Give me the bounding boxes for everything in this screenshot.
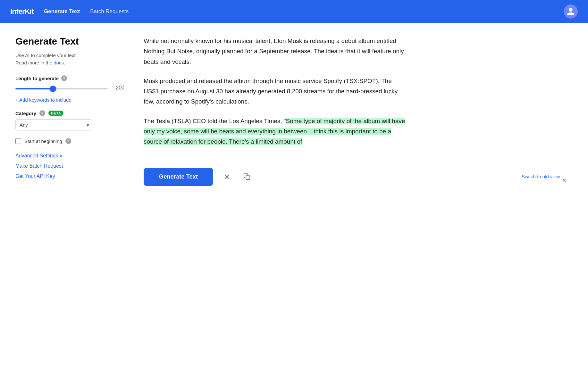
length-slider-row: 200 (15, 85, 124, 91)
header: InferKit Generate Text Batch Requests (0, 0, 588, 23)
person-icon (566, 7, 575, 16)
svg-rect-2 (246, 176, 250, 180)
beta-badge: BETA (48, 111, 63, 116)
slider-container (15, 85, 108, 91)
length-help-icon[interactable]: ? (61, 75, 67, 81)
generate-text-button[interactable]: Generate Text (144, 168, 213, 186)
paragraph-3: The Tesla (TSLA) CEO told the Los Angele… (144, 116, 407, 147)
docs-link[interactable]: the docs. (46, 60, 65, 65)
paragraph-1: While not normally known for his musical… (144, 36, 407, 67)
length-slider[interactable] (15, 88, 108, 89)
start-at-beginning-help-icon[interactable]: ? (65, 138, 71, 144)
x-icon (223, 173, 231, 180)
category-select[interactable]: Any News Fiction Poetry Code (15, 119, 92, 130)
nav-generate-text[interactable]: Generate Text (44, 8, 80, 15)
category-row: Category ? BETA (15, 110, 124, 116)
bottom-action-bar: Generate Text Switch to old view (144, 163, 566, 186)
sidebar-links: Advanced Settings » Make Batch Request G… (15, 153, 124, 179)
nav-batch-requests[interactable]: Batch Requests (90, 8, 129, 15)
length-section-label: Length to generate ? (15, 75, 124, 81)
page-title: Generate Text (15, 36, 124, 47)
clear-button[interactable] (221, 171, 233, 183)
advanced-settings-link[interactable]: Advanced Settings » (15, 153, 124, 159)
add-keywords-button[interactable]: + Add keywords to include (15, 97, 124, 103)
sidebar-description: Use AI to complete your text. Read more … (15, 52, 124, 66)
paragraph-2: Musk produced and released the album thr… (144, 76, 407, 107)
sidebar: Generate Text Use AI to complete your te… (15, 36, 137, 186)
start-at-beginning-row: Start at beginning ? (15, 138, 124, 144)
text-content[interactable]: While not normally known for his musical… (144, 36, 407, 147)
main-content: Generate Text Use AI to complete your te… (0, 23, 588, 199)
category-help-icon[interactable]: ? (39, 110, 45, 116)
get-api-key-link[interactable]: Get Your API Key (15, 173, 124, 179)
logo[interactable]: InferKit (10, 7, 34, 16)
copy-button[interactable] (241, 171, 253, 183)
user-avatar[interactable] (564, 4, 578, 19)
slider-value: 200 (113, 85, 124, 91)
text-editor-area: While not normally known for his musical… (137, 36, 573, 186)
start-at-beginning-checkbox[interactable] (15, 138, 21, 144)
start-at-beginning-label: Start at beginning (24, 138, 62, 144)
main-nav: Generate Text Batch Requests (44, 8, 553, 15)
close-icon[interactable]: × (562, 177, 566, 184)
make-batch-request-link[interactable]: Make Batch Request (15, 163, 124, 169)
category-select-wrapper: Any News Fiction Poetry Code ▾ (15, 119, 92, 130)
copy-icon (243, 173, 250, 180)
switch-old-view-link[interactable]: Switch to old view (522, 174, 560, 179)
category-label: Category (15, 111, 36, 116)
